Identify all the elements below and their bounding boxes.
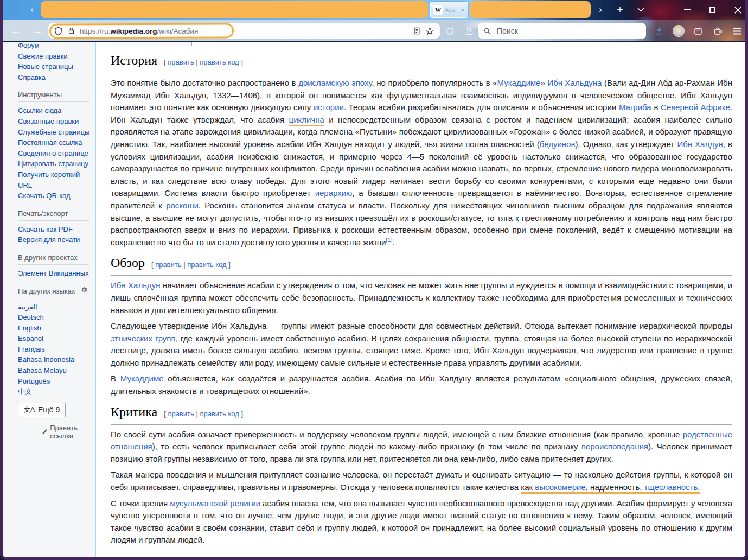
downloads-button[interactable] bbox=[649, 21, 669, 41]
text-run: По своей сути асабия означает приверженн… bbox=[111, 430, 683, 439]
wiki-link[interactable]: истории bbox=[314, 103, 344, 112]
sidebar-item[interactable]: Справка bbox=[18, 72, 95, 83]
edit-section: [ править | править код ] bbox=[164, 58, 243, 66]
sidebar-item[interactable]: Служебные страницы bbox=[18, 127, 95, 138]
edit-source-link[interactable]: править код bbox=[200, 58, 239, 66]
containers-button[interactable] bbox=[688, 21, 708, 41]
sidebar-item[interactable]: Bahasa Melayu bbox=[18, 365, 95, 376]
edit-section: [ править | править код ] bbox=[151, 260, 231, 269]
wiki-link[interactable]: этнических групп bbox=[111, 334, 176, 343]
wiki-link[interactable]: Северной Африке bbox=[661, 103, 730, 112]
search-bar[interactable] bbox=[478, 23, 646, 39]
maximize-button[interactable] bbox=[702, 0, 723, 20]
forward-arrow-icon: → bbox=[33, 25, 43, 37]
menu-button[interactable] bbox=[727, 21, 745, 41]
sidebar-item[interactable]: Скачать как PDF bbox=[18, 224, 95, 235]
scroll-tabs-left-button[interactable]: ‹ bbox=[23, 0, 41, 20]
sidebar-item[interactable]: Цитировать страницу bbox=[18, 158, 95, 169]
section-heading: Обзор[ править | править код ] bbox=[111, 255, 732, 276]
sidebar-item[interactable]: English bbox=[18, 323, 95, 334]
sidebar-item[interactable]: العربية bbox=[18, 302, 95, 313]
sidebar-item[interactable]: Español bbox=[18, 333, 95, 344]
minimize-button[interactable] bbox=[677, 0, 698, 20]
edit-source-link[interactable]: править код bbox=[200, 410, 239, 418]
close-tab-icon[interactable]: × bbox=[461, 6, 465, 14]
back-button[interactable]: ← bbox=[6, 21, 25, 41]
bracket: ] bbox=[239, 58, 243, 66]
page-body: ФорумСвежие правкиНовые страницыСправкаИ… bbox=[3, 42, 745, 557]
sidebar-item[interactable]: Версия для печати bbox=[18, 234, 95, 245]
wiki-link[interactable]: Мукаддиме bbox=[497, 78, 541, 87]
wiki-link[interactable]: тщеславность bbox=[644, 482, 698, 494]
wiki-link[interactable]: высокомерие bbox=[535, 482, 586, 494]
account-button[interactable] bbox=[669, 21, 688, 41]
wiki-link[interactable]: циклична bbox=[289, 115, 324, 126]
section-heading: Критика[ править | править код ] bbox=[111, 404, 732, 425]
sidebar-item[interactable]: Сведения о странице bbox=[18, 148, 95, 159]
hamburger-icon bbox=[733, 28, 741, 35]
wiki-link[interactable]: мусульманской религии bbox=[170, 499, 260, 508]
gear-icon[interactable] bbox=[80, 286, 88, 295]
tracking-shield-icon[interactable] bbox=[54, 27, 63, 36]
extensions-button[interactable] bbox=[708, 21, 727, 41]
wiki-link[interactable]: роскоши bbox=[166, 201, 199, 210]
sidebar-item[interactable]: Получить короткий URL bbox=[18, 169, 95, 190]
wiki-link[interactable]: Ибн Хальдун bbox=[111, 281, 161, 290]
separator: | bbox=[194, 410, 200, 418]
wiki-link[interactable]: вероисповедания bbox=[581, 442, 648, 451]
search-input[interactable] bbox=[496, 26, 621, 36]
wiki-link[interactable]: бедуинов bbox=[540, 139, 576, 149]
lock-icon[interactable] bbox=[67, 27, 75, 35]
wiki-link[interactable]: Ибн Хальдуна bbox=[547, 78, 602, 87]
redacted-tab-group-2[interactable] bbox=[470, 1, 591, 18]
minimize-icon bbox=[684, 9, 691, 10]
sidebar: ФорумСвежие правкиНовые страницыСправкаИ… bbox=[3, 42, 95, 557]
redacted-tab-group-1[interactable] bbox=[41, 1, 428, 18]
edit-link[interactable]: править bbox=[168, 58, 194, 66]
wiki-link[interactable]: доисламскую эпоху bbox=[298, 78, 372, 87]
sidebar-item[interactable]: Deutsch bbox=[18, 312, 95, 323]
list-all-tabs-button[interactable] bbox=[632, 0, 649, 20]
scroll-tabs-right-button[interactable]: › bbox=[592, 0, 609, 20]
new-tab-button[interactable]: + bbox=[611, 0, 629, 20]
more-languages-button[interactable]: 文A Ещё 9 bbox=[18, 403, 66, 417]
browser-window: ‹ W Аса × › + ← → h bbox=[0, 0, 748, 560]
url-bar[interactable]: https://ru.wikipedia.org/wiki/Асабия bbox=[48, 23, 440, 39]
sidebar-item[interactable]: Français bbox=[18, 344, 95, 355]
wiki-link[interactable]: Магриба bbox=[619, 103, 651, 112]
reader-view-icon[interactable] bbox=[413, 27, 421, 35]
avatar bbox=[673, 25, 685, 37]
library-save-button[interactable] bbox=[459, 21, 479, 41]
sidebar-item[interactable]: 中文 bbox=[18, 386, 95, 397]
sidebar-item[interactable]: Скачать QR-код bbox=[18, 190, 95, 201]
chevron-down-icon bbox=[637, 8, 644, 12]
text-run: , надменность, bbox=[586, 482, 644, 494]
edit-interlanguage-links[interactable]: Править ссылки bbox=[42, 424, 95, 440]
reload-button[interactable] bbox=[440, 21, 459, 41]
paragraph: По своей сути асабия означает приверженн… bbox=[111, 429, 732, 466]
separator: | bbox=[182, 260, 188, 269]
forward-button[interactable]: → bbox=[28, 21, 47, 41]
close-window-button[interactable] bbox=[727, 0, 745, 20]
sidebar-item[interactable]: Português bbox=[18, 376, 95, 387]
sidebar-item[interactable]: Свежие правки bbox=[18, 51, 95, 62]
edit-link[interactable]: править bbox=[168, 410, 194, 418]
wiki-link[interactable]: Ибн Халдун bbox=[677, 139, 723, 149]
edit-source-link[interactable]: править код bbox=[187, 260, 226, 269]
edit-link[interactable]: править bbox=[155, 260, 181, 269]
sidebar-item[interactable]: Элемент Викиданных bbox=[18, 268, 95, 279]
sidebar-item[interactable]: Постоянная ссылка bbox=[18, 137, 95, 148]
sidebar-item[interactable]: Связанные правки bbox=[18, 116, 95, 127]
bookmark-star-icon[interactable] bbox=[425, 27, 434, 36]
wiki-link[interactable]: иерархию bbox=[315, 188, 353, 198]
active-tab[interactable]: W Аса × bbox=[430, 2, 468, 18]
reference-superscript[interactable]: [1] bbox=[386, 237, 392, 243]
sidebar-item[interactable]: Ссылки сюда bbox=[18, 105, 95, 116]
sidebar-item[interactable]: Новые страницы bbox=[18, 61, 95, 72]
paragraph: Ибн Хальдун начинает объяснение асабии с… bbox=[111, 279, 732, 316]
section-title: История bbox=[111, 53, 157, 67]
wiki-link[interactable]: Мукаддиме bbox=[120, 374, 164, 383]
wiki-link[interactable]: [1] bbox=[386, 237, 392, 243]
sidebar-item[interactable]: Форум bbox=[18, 42, 95, 51]
sidebar-item[interactable]: Bahasa Indonesia bbox=[18, 354, 95, 365]
